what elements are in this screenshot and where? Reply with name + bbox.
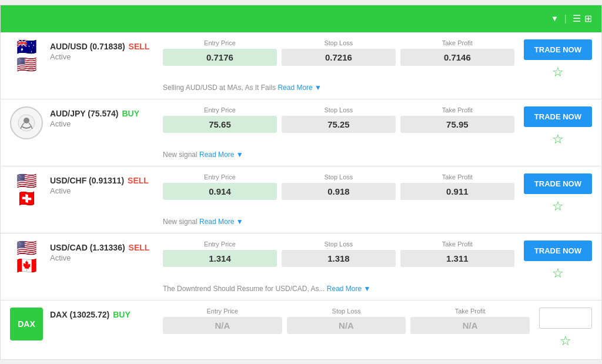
flag-icon-aud-usd: 🇦🇺 🇺🇸 xyxy=(10,39,43,72)
price-row-aud-usd: Entry Price 0.7176 Stop Loss 0.7216 Take… xyxy=(163,39,592,80)
profit-label-usd-cad: Take Profit xyxy=(400,241,514,248)
signal-row-dax: DAX DAX (13025.72) BUY Entry Price N/A S… xyxy=(1,300,601,359)
profit-value-aud-usd: 0.7146 xyxy=(400,49,514,66)
signal-note-usd-chf: New signal Read More ▼ xyxy=(163,218,592,226)
entry-value-aud-jpy: 75.65 xyxy=(163,116,277,133)
flag-icon-usd-cad: 🇺🇸 🇨🇦 xyxy=(10,241,43,273)
read-more-link-aud-jpy[interactable]: Read More ▼ xyxy=(199,151,243,159)
signal-direction-usd-cad: SELL xyxy=(129,243,150,252)
profit-label-dax: Take Profit xyxy=(410,308,530,315)
stop-col-usd-cad: Stop Loss 1.318 xyxy=(282,241,396,281)
signal-data-aud-jpy: Entry Price 75.65 Stop Loss 75.25 Take P… xyxy=(163,106,592,159)
stop-value-dax: N/A xyxy=(287,317,406,334)
signal-pair-aud-jpy: AUD/JPY (75.574) BUY xyxy=(50,109,156,118)
signal-info-aud-usd: AUD/USD (0.71838) SELL Active xyxy=(50,39,156,61)
stop-label-dax: Stop Loss xyxy=(287,308,406,315)
star-button-dax[interactable]: ☆ xyxy=(560,333,571,349)
read-more-link-usd-cad[interactable]: Read More ▼ xyxy=(327,285,371,293)
signal-note-usd-cad: The Downtrend Should Resume for USD/CAD,… xyxy=(163,285,592,293)
entry-value-aud-usd: 0.7176 xyxy=(163,49,277,66)
flag-icon-usd-chf: 🇺🇸 🇨🇭 xyxy=(10,173,43,206)
entry-col-aud-jpy: Entry Price 75.65 xyxy=(163,106,277,147)
star-button-usd-cad[interactable]: ☆ xyxy=(552,266,564,281)
pair-name-aud-jpy: AUD/JPY (75.574) xyxy=(50,109,118,118)
entry-label-usd-chf: Entry Price xyxy=(163,173,277,181)
entry-value-usd-cad: 1.314 xyxy=(163,250,277,267)
filter-icon: ▼ xyxy=(551,14,558,23)
stop-label-usd-cad: Stop Loss xyxy=(282,241,396,248)
entry-value-usd-chf: 0.914 xyxy=(163,183,277,200)
price-row-dax: Entry Price N/A Stop Loss N/A Take Profi… xyxy=(163,308,592,349)
signal-data-usd-cad: Entry Price 1.314 Stop Loss 1.318 Take P… xyxy=(163,241,592,293)
trade-now-button-aud-usd[interactable]: TRADE NOW xyxy=(524,39,592,60)
signal-row-aud-jpy: AUD/JPY (75.574) BUY Active Entry Price … xyxy=(1,99,601,166)
signal-info-aud-jpy: AUD/JPY (75.574) BUY Active xyxy=(50,106,156,128)
stop-label-usd-chf: Stop Loss xyxy=(282,173,396,181)
signal-direction-aud-usd: SELL xyxy=(129,42,150,51)
star-button-aud-jpy[interactable]: ☆ xyxy=(552,132,564,147)
entry-col-usd-chf: Entry Price 0.914 xyxy=(163,173,277,214)
signal-top-dax: DAX DAX (13025.72) BUY Entry Price N/A S… xyxy=(10,308,592,352)
stop-label-aud-jpy: Stop Loss xyxy=(282,106,396,113)
profit-value-aud-jpy: 75.95 xyxy=(400,116,514,133)
profit-value-dax: N/A xyxy=(410,317,530,334)
trade-now-button-usd-chf[interactable]: TRADE NOW xyxy=(524,173,592,194)
stop-value-usd-cad: 1.318 xyxy=(282,250,396,267)
signal-pair-aud-usd: AUD/USD (0.71838) SELL xyxy=(50,42,156,51)
profit-col-aud-usd: Take Profit 0.7146 xyxy=(400,39,514,80)
pair-name-aud-usd: AUD/USD (0.71838) xyxy=(50,42,125,51)
trade-col-aud-usd: TRADE NOW ☆ xyxy=(524,39,592,80)
signal-status-aud-jpy: Active xyxy=(50,119,156,128)
profit-col-usd-chf: Take Profit 0.911 xyxy=(400,173,514,214)
stop-col-dax: Stop Loss N/A xyxy=(287,308,406,349)
signal-pair-dax: DAX (13025.72) BUY xyxy=(50,310,156,319)
signal-data-usd-chf: Entry Price 0.914 Stop Loss 0.918 Take P… xyxy=(163,173,592,226)
entry-label-dax: Entry Price xyxy=(163,308,282,315)
grid-view-icon[interactable]: ⊞ xyxy=(584,13,592,24)
price-row-usd-cad: Entry Price 1.314 Stop Loss 1.318 Take P… xyxy=(163,241,592,281)
entry-col-usd-cad: Entry Price 1.314 xyxy=(163,241,277,281)
stop-value-aud-jpy: 75.25 xyxy=(282,116,396,133)
signal-data-aud-usd: Entry Price 0.7176 Stop Loss 0.7216 Take… xyxy=(163,39,592,92)
signal-top-aud-usd: 🇦🇺 🇺🇸 AUD/USD (0.71838) SELL Active Entr… xyxy=(10,39,592,92)
price-row-usd-chf: Entry Price 0.914 Stop Loss 0.918 Take P… xyxy=(163,173,592,214)
signal-status-usd-cad: Active xyxy=(50,253,156,262)
profit-label-aud-jpy: Take Profit xyxy=(400,106,514,113)
entry-label-aud-jpy: Entry Price xyxy=(163,106,277,113)
star-button-aud-usd[interactable]: ☆ xyxy=(552,65,564,80)
svg-point-1 xyxy=(24,118,29,123)
profit-col-usd-cad: Take Profit 1.311 xyxy=(400,241,514,281)
pair-name-usd-chf: USD/CHF (0.91311) xyxy=(50,176,124,185)
signal-note-aud-usd: Selling AUD/USD at MAs, As It Fails Read… xyxy=(163,84,592,92)
signal-row-usd-chf: 🇺🇸 🇨🇭 USD/CHF (0.91311) SELL Active Entr… xyxy=(1,166,601,233)
signal-top-usd-chf: 🇺🇸 🇨🇭 USD/CHF (0.91311) SELL Active Entr… xyxy=(10,173,592,226)
read-more-link-usd-chf[interactable]: Read More ▼ xyxy=(199,218,243,226)
trade-col-aud-jpy: TRADE NOW ☆ xyxy=(524,106,592,147)
pair-name-usd-cad: USD/CAD (1.31336) xyxy=(50,243,125,252)
trade-now-button-aud-jpy[interactable]: TRADE NOW xyxy=(524,106,592,127)
trade-col-usd-cad: TRADE NOW ☆ xyxy=(524,241,592,281)
entry-col-aud-usd: Entry Price 0.7176 xyxy=(163,39,277,80)
trade-col-dax: ☆ xyxy=(539,308,592,349)
signal-note-aud-jpy: New signal Read More ▼ xyxy=(163,151,592,159)
read-more-link-aud-usd[interactable]: Read More ▼ xyxy=(277,84,322,92)
signal-row-usd-cad: 🇺🇸 🇨🇦 USD/CAD (1.31336) SELL Active Entr… xyxy=(1,233,601,300)
signal-row-aud-usd: 🇦🇺 🇺🇸 AUD/USD (0.71838) SELL Active Entr… xyxy=(1,32,601,99)
signal-info-dax: DAX (13025.72) BUY xyxy=(50,308,156,319)
filter-dropdown[interactable]: ▼ xyxy=(549,14,558,23)
trade-now-button-dax[interactable] xyxy=(539,308,592,329)
stop-label-aud-usd: Stop Loss xyxy=(282,39,396,46)
signal-status-aud-usd: Active xyxy=(50,52,156,61)
header: ▼ | ☰ ⊞ xyxy=(1,5,601,32)
list-view-icon[interactable]: ☰ xyxy=(573,13,581,24)
signal-info-usd-cad: USD/CAD (1.31336) SELL Active xyxy=(50,241,156,262)
stop-col-aud-usd: Stop Loss 0.7216 xyxy=(282,39,396,80)
price-row-aud-jpy: Entry Price 75.65 Stop Loss 75.25 Take P… xyxy=(163,106,592,147)
trade-now-button-usd-cad[interactable]: TRADE NOW xyxy=(524,241,592,261)
profit-col-dax: Take Profit N/A xyxy=(410,308,530,349)
signal-data-dax: Entry Price N/A Stop Loss N/A Take Profi… xyxy=(163,308,592,352)
pair-name-dax: DAX (13025.72) xyxy=(50,310,109,319)
entry-label-aud-usd: Entry Price xyxy=(163,39,277,46)
entry-col-dax: Entry Price N/A xyxy=(163,308,282,349)
star-button-usd-chf[interactable]: ☆ xyxy=(552,199,564,214)
